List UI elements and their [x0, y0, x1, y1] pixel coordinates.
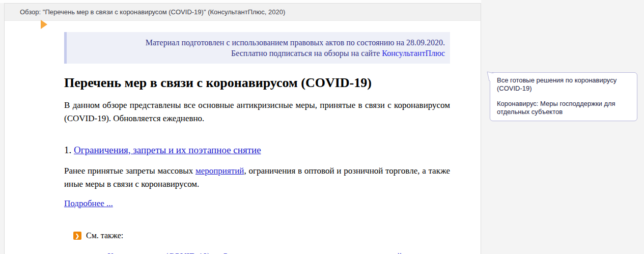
- intro-paragraph: В данном обзоре представлены все основны…: [64, 99, 450, 125]
- document-titlebar-text: Обзор: "Перечень мер в связи с коронавир…: [20, 8, 285, 16]
- notice-line-1: Материал подготовлен с использованием пр…: [77, 37, 445, 48]
- more-row: Подробнее ...: [64, 199, 450, 209]
- consultantplus-site-link[interactable]: КонсультантПлюс: [382, 49, 445, 58]
- meropriyatiy-link[interactable]: мероприятий: [195, 166, 244, 176]
- section-1-heading: 1. Ограничения, запреты и их поэтапное с…: [64, 144, 450, 156]
- current-position-marker-icon: [41, 20, 47, 29]
- related-links-tooltip: Все готовые решения по коронавирусу (COV…: [490, 72, 637, 121]
- tooltip-link-state-support[interactable]: Коронавирус: Меры господдержки для отдел…: [497, 100, 631, 116]
- document-titlebar: Обзор: "Перечень мер в связи с коронавир…: [5, 4, 481, 21]
- section-1-body-text-before: Ранее принятые запреты массовых: [64, 166, 195, 176]
- chevron-right-icon: ❯: [73, 232, 81, 240]
- notice-line-2: Бесплатно подписаться на обзоры на сайте…: [77, 48, 445, 59]
- see-also-link[interactable]: Коронавирус (COVID-19). Ограничения пере…: [107, 251, 450, 254]
- section-1-body: Ранее принятые запреты массовых мероприя…: [64, 164, 450, 191]
- document-panel: Обзор: "Перечень мер в связи с коронавир…: [4, 3, 481, 254]
- notice-line-2-text: Бесплатно подписаться на обзоры на сайте: [231, 49, 382, 58]
- document-content: Материал подготовлен с использованием пр…: [5, 21, 481, 254]
- more-link[interactable]: Подробнее ...: [64, 199, 113, 208]
- see-also-row: ❯ См. также:: [73, 231, 450, 240]
- see-also-label: См. также:: [86, 231, 123, 240]
- section-1-number: 1.: [64, 145, 74, 155]
- document-heading: Перечень мер в связи с коронавирусом (CO…: [64, 75, 450, 91]
- notice-box: Материал подготовлен с использованием пр…: [64, 32, 450, 64]
- section-1-title-link[interactable]: Ограничения, запреты и их поэтапное снят…: [74, 145, 261, 155]
- tooltip-tail-icon: [486, 71, 497, 82]
- see-also-link-row: - Коронавирус (COVID-19). Ограничения пе…: [95, 250, 450, 254]
- see-also-dash: -: [95, 251, 107, 254]
- tooltip-link-ready-solutions[interactable]: Все готовые решения по коронавирусу (COV…: [497, 76, 631, 93]
